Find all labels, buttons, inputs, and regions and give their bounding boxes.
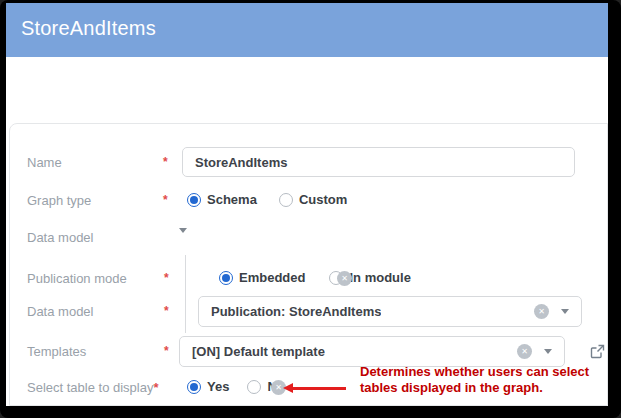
publication-mode-clear-icon[interactable]: ✕ <box>337 271 352 286</box>
collapse-chevron-icon[interactable] <box>179 233 187 251</box>
data-model-required-asterisk: * <box>164 304 169 318</box>
annotation-arrow-head <box>283 383 293 393</box>
radio-custom[interactable]: Custom <box>279 192 347 207</box>
data-model-section-label: Data model <box>27 230 93 245</box>
group-indent-line <box>185 255 186 333</box>
graph-type-required-asterisk: * <box>163 193 168 207</box>
radio-embedded[interactable]: Embedded <box>219 270 305 285</box>
data-model-dropdown-chevron-icon[interactable] <box>561 309 569 314</box>
publication-mode-required-asterisk: * <box>164 271 169 285</box>
radio-schema-circle <box>187 193 201 207</box>
data-model-select-icons: ✕ <box>534 304 569 319</box>
data-model-clear-icon[interactable]: ✕ <box>534 304 549 319</box>
radio-schema[interactable]: Schema <box>187 192 257 207</box>
radio-yes-circle <box>187 380 201 394</box>
select-table-label: Select table to display* <box>27 380 159 395</box>
name-input[interactable] <box>182 147 575 177</box>
templates-dropdown-chevron-icon[interactable] <box>544 349 552 354</box>
radio-custom-label: Custom <box>299 192 347 207</box>
annotation-arrow-line <box>293 387 346 390</box>
templates-clear-icon[interactable]: ✕ <box>517 344 532 359</box>
templates-select-icons: ✕ <box>517 344 552 359</box>
radio-embedded-label: Embedded <box>239 270 305 285</box>
publication-mode-label: Publication mode <box>27 271 127 286</box>
graph-type-radiogroup: Schema Custom <box>187 192 347 207</box>
annotation-line-2: tables displayed in the graph. <box>360 380 589 396</box>
templates-label: Templates <box>27 344 86 359</box>
radio-yes-label: Yes <box>207 379 229 394</box>
data-model-select[interactable]: Publication: StoreAndItems ✕ <box>198 296 582 327</box>
templates-required-asterisk: * <box>164 344 169 358</box>
data-model-select-value: Publication: StoreAndItems <box>211 304 381 319</box>
page-title: StoreAndItems <box>21 17 156 40</box>
select-table-required-asterisk: * <box>153 380 158 395</box>
widget-header: StoreAndItems <box>6 3 608 57</box>
name-required-asterisk: * <box>163 155 168 169</box>
radio-schema-label: Schema <box>207 192 257 207</box>
collapse-chevron-glyph <box>179 228 187 250</box>
radio-embedded-circle <box>219 271 233 285</box>
radio-yes[interactable]: Yes <box>187 379 229 394</box>
graph-type-label: Graph type <box>27 193 91 208</box>
name-label: Name <box>27 155 62 170</box>
publication-mode-radiogroup: Embedded In module <box>219 270 411 285</box>
annotation-text: Determines whether users can select tabl… <box>360 364 589 396</box>
radio-custom-circle <box>279 193 293 207</box>
external-link-icon[interactable] <box>590 344 605 363</box>
radio-in-module-label: In module <box>349 270 410 285</box>
screenshot-frame: StoreAndItems Name * Graph type * Schema… <box>0 0 621 418</box>
templates-select[interactable]: [ON] Default template ✕ <box>179 336 565 367</box>
templates-select-value: [ON] Default template <box>192 344 325 359</box>
radio-no-circle <box>247 380 261 394</box>
annotation-line-1: Determines whether users can select <box>360 364 589 380</box>
data-model-label: Data model <box>27 304 93 319</box>
